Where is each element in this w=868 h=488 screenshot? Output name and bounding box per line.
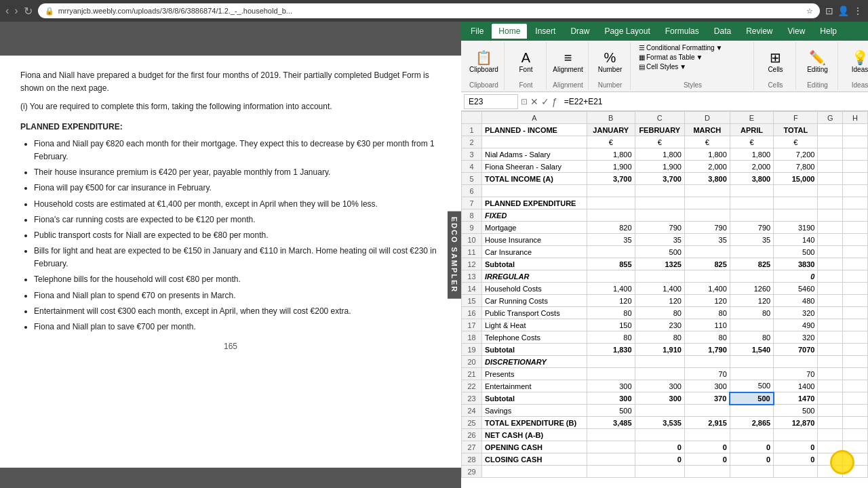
col-header-e[interactable]: E [730,112,773,124]
tab-file[interactable]: File [464,24,490,39]
cell-b8[interactable] [587,209,635,222]
cell-e4[interactable]: 2,000 [730,161,773,173]
cell-a12[interactable]: Subtotal [482,258,587,270]
cell-a29[interactable] [482,466,587,478]
user-icon[interactable]: 👤 [837,5,849,16]
cell-c3[interactable]: 1,800 [635,148,684,161]
cell-f24[interactable]: 500 [774,405,818,417]
cell-c20[interactable] [635,356,684,368]
cell-f26[interactable] [774,429,818,441]
cells-btn[interactable]: ⊞ Cells [762,49,789,75]
cell-f11[interactable]: 500 [774,246,818,258]
cell-f17[interactable]: 490 [774,319,818,331]
cell-e9[interactable]: 790 [730,222,773,234]
cell-d17[interactable]: 110 [684,319,730,331]
cell-d27[interactable]: 0 [684,441,730,453]
cell-e8[interactable] [730,209,773,222]
tab-view[interactable]: View [781,24,812,39]
cell-a20[interactable]: DISCRETIONARY [482,356,587,368]
cell-b4[interactable]: 1,900 [587,161,635,173]
cell-f7[interactable] [774,197,818,209]
cell-b25[interactable]: 3,485 [587,417,635,429]
cell-f22[interactable]: 1400 [774,380,818,392]
alignment-btn[interactable]: ≡ Alignment [549,49,587,75]
cell-a16[interactable]: Public Transport Costs [482,307,587,319]
cell-b19[interactable]: 1,830 [587,344,635,356]
cell-c19[interactable]: 1,910 [635,344,684,356]
cell-e27[interactable]: 0 [730,441,773,453]
cell-d22[interactable]: 300 [684,380,730,392]
cell-a28[interactable]: CLOSING CASH [482,453,587,466]
cell-b5[interactable]: 3,700 [587,173,635,185]
cell-d25[interactable]: 2,915 [684,417,730,429]
cell-f9[interactable]: 3190 [774,222,818,234]
menu-icon[interactable]: ⋮ [853,5,863,16]
cell-b9[interactable]: 820 [587,222,635,234]
cell-f28[interactable]: 0 [774,453,818,466]
cell-d4[interactable]: 2,000 [684,161,730,173]
cell-f12[interactable]: 3830 [774,258,818,270]
cell-c12[interactable]: 1325 [635,258,684,270]
cell-a22[interactable]: Entertainment [482,380,587,392]
col-header-b[interactable]: B [587,112,635,124]
cell-f27[interactable]: 0 [774,441,818,453]
cell-c8[interactable] [635,209,684,222]
tab-draw[interactable]: Draw [564,24,596,39]
cell-e26[interactable] [730,429,773,441]
cell-b12[interactable]: 855 [587,258,635,270]
tab-formulas[interactable]: Formulas [658,24,706,39]
cell-b6[interactable] [587,185,635,197]
conditional-formatting-btn[interactable]: ☰ Conditional Formatting ▼ [636,43,749,52]
cell-c14[interactable]: 1,400 [635,283,684,295]
cell-e12[interactable]: 825 [730,258,773,270]
tab-insert[interactable]: Insert [528,24,562,39]
tab-page-layout[interactable]: Page Layout [597,24,656,39]
tab-home[interactable]: Home [492,24,527,39]
cell-e15[interactable]: 120 [730,295,773,307]
cell-b15[interactable]: 120 [587,295,635,307]
col-header-d[interactable]: D [684,112,730,124]
cell-f8[interactable] [774,209,818,222]
confirm-formula-icon[interactable]: ✓ [541,96,549,107]
cell-d20[interactable] [684,356,730,368]
cell-d6[interactable] [684,185,730,197]
cell-d21[interactable]: 70 [684,368,730,380]
cell-d5[interactable]: 3,800 [684,173,730,185]
cell-f25[interactable]: 12,870 [774,417,818,429]
cell-a8[interactable]: FIXED [482,209,587,222]
cell-e21[interactable] [730,368,773,380]
cell-a24[interactable]: Savings [482,405,587,417]
cell-b14[interactable]: 1,400 [587,283,635,295]
cell-e22[interactable]: 500 [730,380,773,392]
col-header-c[interactable]: C [635,112,684,124]
cell-e16[interactable]: 80 [730,307,773,319]
cell-a17[interactable]: Light & Heat [482,319,587,331]
cell-d28[interactable]: 0 [684,453,730,466]
cell-f21[interactable]: 70 [774,368,818,380]
cell-e7[interactable] [730,197,773,209]
cell-b29[interactable] [587,466,635,478]
cell-d18[interactable]: 80 [684,331,730,344]
cell-f5[interactable]: 15,000 [774,173,818,185]
col-header-a[interactable]: A [482,112,587,124]
cell-c25[interactable]: 3,535 [635,417,684,429]
tab-review[interactable]: Review [739,24,779,39]
insert-function-icon[interactable]: ƒ [552,96,557,107]
cell-c28[interactable]: 0 [635,453,684,466]
cell-d12[interactable]: 825 [684,258,730,270]
col-header-h[interactable]: H [843,112,868,124]
cell-e19[interactable]: 1,540 [730,344,773,356]
doc-body[interactable]: Fiona and Niall have prepared a budget f… [0,56,461,468]
cell-e23[interactable]: 500 [730,392,773,405]
clipboard-btn[interactable]: 📋 Clipboard [465,49,502,75]
cell-c6[interactable] [635,185,684,197]
cell-d24[interactable] [684,405,730,417]
format-as-table-btn[interactable]: ▦ Format as Table ▼ [636,53,749,62]
cell-c5[interactable]: 3,700 [635,173,684,185]
cell-c4[interactable]: 1,900 [635,161,684,173]
cell-a5[interactable]: TOTAL INCOME (A) [482,173,587,185]
cell-a13[interactable]: IRREGULAR [482,270,587,283]
formula-expand-icon[interactable]: ⊡ [521,97,528,106]
cell-f10[interactable]: 140 [774,234,818,246]
cell-d19[interactable]: 1,790 [684,344,730,356]
